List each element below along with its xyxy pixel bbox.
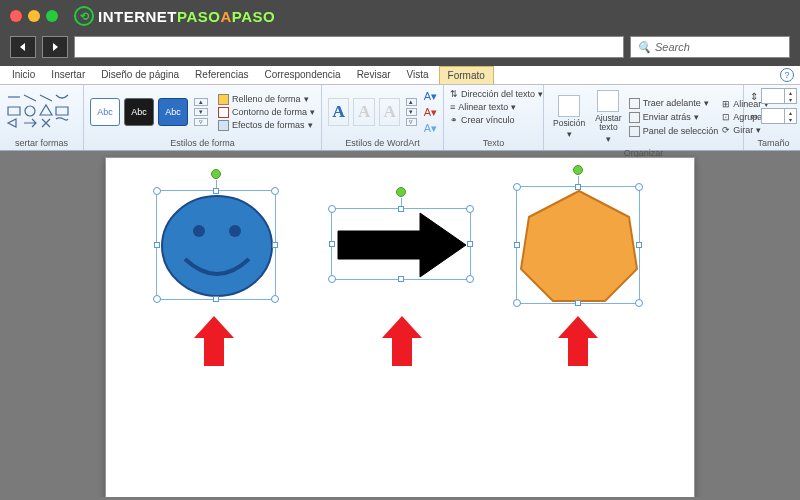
tab-revisar[interactable]: Revisar	[349, 66, 399, 84]
align-text-button[interactable]: ≡Alinear texto▾	[450, 101, 516, 113]
rotate-icon: ⟳	[722, 125, 730, 135]
url-input[interactable]	[74, 36, 624, 58]
group-wordart: A A A ▴▾▿ A▾ A▾ A▾ Estilos de WordArt	[322, 85, 444, 150]
ribbon-tab-strip: Inicio Insertar Diseño de página Referen…	[0, 66, 800, 85]
shapes-icon	[6, 93, 77, 131]
shape-smiley-selection[interactable]	[156, 190, 276, 300]
group-label: Estilos de forma	[90, 136, 315, 148]
link-icon: ⚭	[450, 115, 458, 125]
browser-nav-bar: 🔍 Search	[0, 32, 800, 66]
resize-handle[interactable]	[154, 242, 160, 248]
bring-forward-button[interactable]: Traer adelante ▾	[629, 97, 719, 110]
resize-handle[interactable]	[635, 183, 643, 191]
maximize-window-button[interactable]	[46, 10, 58, 22]
resize-handle[interactable]	[271, 295, 279, 303]
shape-fill-button[interactable]: Relleno de forma ▾	[218, 93, 315, 106]
help-button[interactable]: ?	[780, 68, 794, 82]
resize-handle[interactable]	[213, 296, 219, 302]
resize-handle[interactable]	[513, 299, 521, 307]
gallery-more[interactable]: ▴▾▿	[406, 98, 416, 126]
text-direction-icon: ⇅	[450, 89, 458, 99]
align-text-icon: ≡	[450, 102, 455, 112]
resize-handle[interactable]	[329, 241, 335, 247]
resize-handle[interactable]	[271, 187, 279, 195]
forward-button[interactable]	[42, 36, 68, 58]
resize-handle[interactable]	[398, 276, 404, 282]
resize-handle[interactable]	[575, 184, 581, 190]
rotation-handle[interactable]	[573, 165, 583, 175]
group-label: sertar formas	[6, 136, 77, 148]
site-logo: ⟲ INTERNETPASOAPASO	[74, 6, 275, 26]
resize-handle[interactable]	[635, 299, 643, 307]
tab-inicio[interactable]: Inicio	[4, 66, 43, 84]
resize-handle[interactable]	[467, 241, 473, 247]
shape-heptagon-selection[interactable]	[516, 186, 640, 304]
shape-arrow-selection[interactable]	[331, 208, 471, 280]
logo-text: INTERNETPASOAPASO	[98, 8, 275, 25]
page-canvas[interactable]	[105, 157, 695, 497]
document-workspace	[0, 151, 800, 497]
tab-vista[interactable]: Vista	[399, 66, 437, 84]
arrow-shape[interactable]	[332, 209, 472, 281]
gallery-more[interactable]: ▴▾▿	[194, 98, 208, 126]
shape-gallery[interactable]	[6, 88, 77, 136]
rotation-handle[interactable]	[211, 169, 221, 179]
resize-handle[interactable]	[466, 205, 474, 213]
text-direction-button[interactable]: ⇅Dirección del texto▾	[450, 88, 543, 100]
svg-marker-6	[521, 191, 637, 301]
create-link-button[interactable]: ⚭Crear vínculo	[450, 114, 515, 126]
heptagon-shape[interactable]	[517, 187, 641, 305]
group-icon: ⊡	[722, 112, 730, 122]
close-window-button[interactable]	[10, 10, 22, 22]
resize-handle[interactable]	[636, 242, 642, 248]
height-input[interactable]: ▴▾	[761, 88, 797, 104]
tab-insertar[interactable]: Insertar	[43, 66, 93, 84]
position-button[interactable]: Posición▾	[550, 93, 588, 142]
rotation-handle[interactable]	[396, 187, 406, 197]
resize-handle[interactable]	[575, 300, 581, 306]
wordart-style-3[interactable]: A	[379, 98, 400, 126]
selection-pane-button[interactable]: Panel de selección	[629, 125, 719, 138]
tab-diseno[interactable]: Diseño de página	[93, 66, 187, 84]
group-size: ⇕▴▾ ⇔▴▾ Tamaño	[744, 85, 800, 150]
text-outline-button[interactable]: A▾	[424, 106, 437, 119]
search-input[interactable]: 🔍 Search	[630, 36, 790, 58]
pane-icon	[629, 126, 640, 137]
browser-title-bar: ⟲ INTERNETPASOAPASO	[0, 0, 800, 32]
send-backward-button[interactable]: Enviar atrás ▾	[629, 111, 719, 124]
resize-handle[interactable]	[514, 242, 520, 248]
shape-effects-button[interactable]: Efectos de formas ▾	[218, 119, 315, 132]
resize-handle[interactable]	[513, 183, 521, 191]
text-effects-button[interactable]: A▾	[424, 122, 437, 135]
shape-style-3[interactable]: Abc	[158, 98, 188, 126]
resize-handle[interactable]	[466, 275, 474, 283]
resize-handle[interactable]	[153, 295, 161, 303]
resize-handle[interactable]	[398, 206, 404, 212]
text-fill-button[interactable]: A▾	[424, 90, 437, 103]
resize-handle[interactable]	[272, 242, 278, 248]
wrap-text-button[interactable]: Ajustar texto▾	[592, 88, 624, 146]
wrap-icon	[597, 90, 619, 112]
group-label: Texto	[450, 136, 537, 148]
back-button[interactable]	[10, 36, 36, 58]
wordart-style-1[interactable]: A	[328, 98, 349, 126]
shape-style-2[interactable]: Abc	[124, 98, 154, 126]
resize-handle[interactable]	[328, 205, 336, 213]
shape-style-1[interactable]: Abc	[90, 98, 120, 126]
resize-handle[interactable]	[153, 187, 161, 195]
smiley-shape[interactable]	[157, 191, 277, 301]
resize-handle[interactable]	[328, 275, 336, 283]
tab-referencias[interactable]: Referencias	[187, 66, 256, 84]
shape-outline-button[interactable]: Contorno de forma ▾	[218, 106, 315, 119]
svg-line-1	[24, 95, 36, 101]
fill-bucket-icon	[218, 94, 229, 105]
search-icon: 🔍	[637, 41, 651, 54]
ribbon: sertar formas Abc Abc Abc ▴▾▿ Relleno de…	[0, 85, 800, 151]
minimize-window-button[interactable]	[28, 10, 40, 22]
tab-formato[interactable]: Formato	[439, 66, 494, 84]
wordart-style-2[interactable]: A	[353, 98, 374, 126]
width-input[interactable]: ▴▾	[761, 108, 797, 124]
resize-handle[interactable]	[213, 188, 219, 194]
tab-correspondencia[interactable]: Correspondencia	[256, 66, 348, 84]
effects-icon	[218, 120, 229, 131]
